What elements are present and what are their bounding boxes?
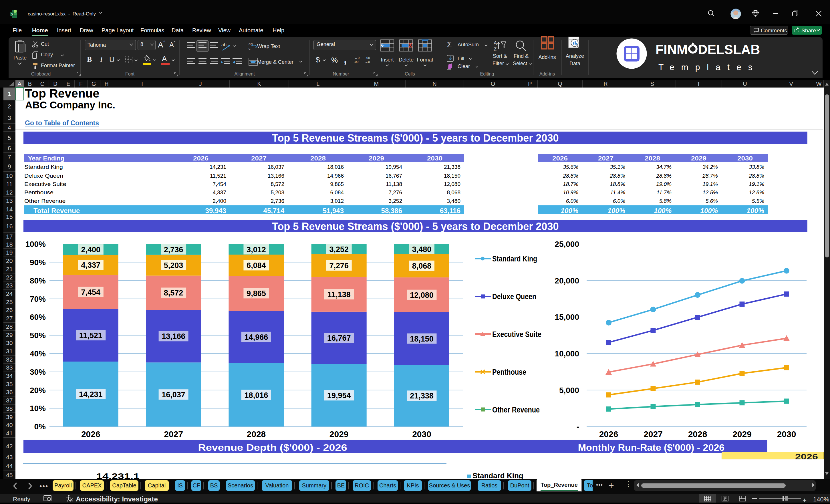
- svg-text:20%: 20%: [30, 386, 46, 395]
- svg-text:Other Revenue: Other Revenue: [492, 405, 540, 414]
- svg-text:2,736: 2,736: [164, 245, 183, 254]
- svg-text:3,252: 3,252: [329, 245, 349, 254]
- svg-text:Penthouse: Penthouse: [492, 368, 526, 376]
- svg-text:4,337: 4,337: [81, 261, 101, 270]
- svg-text:2030: 2030: [777, 429, 796, 439]
- svg-text:2,400: 2,400: [81, 245, 101, 254]
- svg-text:11,521: 11,521: [79, 331, 102, 340]
- svg-text:2028: 2028: [688, 429, 707, 439]
- svg-text:2029: 2029: [329, 429, 349, 439]
- svg-text:90%: 90%: [30, 258, 46, 267]
- svg-text:Standard King: Standard King: [492, 254, 537, 263]
- svg-text:-: -: [577, 422, 579, 431]
- svg-text:0%: 0%: [34, 422, 46, 431]
- svg-text:11,138: 11,138: [327, 290, 351, 299]
- svg-text:3,480: 3,480: [412, 245, 432, 254]
- svg-text:20,000: 20,000: [554, 276, 579, 285]
- svg-text:25,000: 25,000: [554, 240, 579, 249]
- svg-text:19,954: 19,954: [327, 391, 351, 400]
- svg-text:8,572: 8,572: [164, 289, 183, 297]
- svg-text:8,068: 8,068: [412, 262, 432, 270]
- svg-text:5,203: 5,203: [164, 261, 183, 270]
- svg-text:Executive Suite: Executive Suite: [492, 330, 541, 339]
- svg-text:18,016: 18,016: [245, 391, 268, 400]
- svg-text:10,000: 10,000: [554, 349, 579, 358]
- svg-text:Deluxe Queen: Deluxe Queen: [492, 292, 536, 301]
- svg-text:40%: 40%: [30, 349, 46, 358]
- svg-text:60%: 60%: [30, 313, 46, 321]
- svg-text:7,454: 7,454: [81, 288, 101, 296]
- svg-text:18,150: 18,150: [410, 335, 434, 343]
- svg-text:2027: 2027: [164, 429, 183, 439]
- svg-text:14,966: 14,966: [245, 333, 268, 342]
- svg-text:2026: 2026: [599, 429, 618, 439]
- svg-text:7,276: 7,276: [329, 261, 349, 270]
- svg-text:13,166: 13,166: [162, 332, 185, 341]
- svg-text:2028: 2028: [247, 429, 266, 439]
- svg-text:100%: 100%: [25, 240, 46, 249]
- svg-text:6,084: 6,084: [247, 261, 266, 270]
- svg-text:10%: 10%: [30, 404, 46, 413]
- svg-text:50%: 50%: [30, 331, 46, 340]
- svg-text:16,037: 16,037: [162, 390, 185, 399]
- svg-text:2030: 2030: [412, 429, 431, 439]
- svg-text:14,231: 14,231: [79, 390, 103, 399]
- svg-text:2027: 2027: [643, 429, 663, 439]
- svg-text:5,000: 5,000: [559, 386, 579, 395]
- svg-text:80%: 80%: [30, 276, 46, 285]
- svg-text:15,000: 15,000: [554, 313, 579, 321]
- svg-text:70%: 70%: [30, 295, 46, 304]
- svg-text:3,012: 3,012: [247, 245, 266, 254]
- svg-text:2026: 2026: [81, 429, 100, 439]
- svg-text:21,338: 21,338: [410, 391, 434, 400]
- svg-text:12,080: 12,080: [410, 291, 434, 300]
- svg-text:16,767: 16,767: [327, 334, 351, 342]
- svg-text:2029: 2029: [732, 429, 752, 439]
- svg-text:30%: 30%: [30, 368, 46, 376]
- svg-text:9,865: 9,865: [247, 289, 266, 298]
